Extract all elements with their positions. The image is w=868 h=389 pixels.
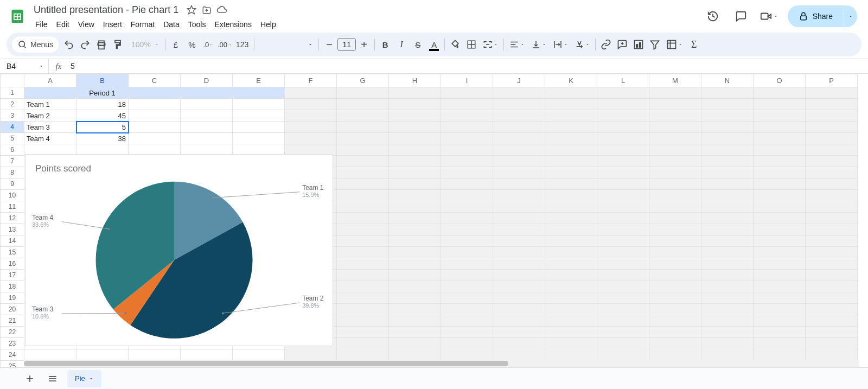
- cell-N21[interactable]: [701, 315, 754, 327]
- cell-O18[interactable]: [754, 281, 806, 292]
- cell-P4[interactable]: [806, 122, 858, 133]
- cell-M10[interactable]: [649, 190, 701, 201]
- menu-tools[interactable]: Tools: [184, 18, 210, 31]
- fill-color-button[interactable]: [447, 36, 463, 53]
- col-header-D[interactable]: D: [181, 74, 233, 87]
- cell-K17[interactable]: [545, 270, 597, 281]
- cell-K7[interactable]: [545, 156, 597, 167]
- cell-L17[interactable]: [597, 270, 649, 281]
- cell-D24[interactable]: [181, 349, 233, 361]
- cell-G3[interactable]: [337, 110, 389, 122]
- cell-L21[interactable]: [597, 315, 649, 327]
- cell-P6[interactable]: [806, 144, 858, 156]
- cell-N15[interactable]: [701, 247, 754, 258]
- cell-G11[interactable]: [337, 201, 389, 213]
- cell-N8[interactable]: [701, 167, 754, 178]
- cell-M4[interactable]: [649, 122, 701, 133]
- cell-N7[interactable]: [701, 156, 754, 167]
- font-size-input[interactable]: 11: [337, 38, 356, 51]
- insert-link-button[interactable]: [598, 36, 614, 53]
- cell-O14[interactable]: [754, 235, 806, 247]
- filter-views-button[interactable]: [663, 36, 686, 53]
- row-header-23[interactable]: 23: [1, 338, 24, 349]
- cell-K23[interactable]: [545, 338, 597, 349]
- cell-G22[interactable]: [337, 327, 389, 338]
- cell-M3[interactable]: [649, 110, 701, 122]
- cell-M8[interactable]: [649, 167, 701, 178]
- cell-L16[interactable]: [597, 258, 649, 270]
- cell-M14[interactable]: [649, 235, 701, 247]
- col-header-A[interactable]: A: [24, 74, 76, 87]
- cell-G21[interactable]: [337, 315, 389, 327]
- cell-L5[interactable]: [597, 133, 649, 144]
- cell-H9[interactable]: [389, 178, 441, 190]
- cell-P9[interactable]: [806, 178, 858, 190]
- cell-P23[interactable]: [806, 338, 858, 349]
- text-color-button[interactable]: A: [426, 36, 442, 53]
- cell-J6[interactable]: [493, 144, 545, 156]
- cell-K1[interactable]: [545, 87, 597, 99]
- cell-N18[interactable]: [701, 281, 754, 292]
- row-header-12[interactable]: 12: [1, 213, 24, 224]
- cell-M17[interactable]: [649, 270, 701, 281]
- row-header-2[interactable]: 2: [1, 99, 24, 110]
- cell-O9[interactable]: [754, 178, 806, 190]
- cell-L15[interactable]: [597, 247, 649, 258]
- cell-K22[interactable]: [545, 327, 597, 338]
- cell-N9[interactable]: [701, 178, 754, 190]
- cell-H1[interactable]: [389, 87, 441, 99]
- row-header-21[interactable]: 21: [1, 315, 24, 327]
- cell-H2[interactable]: [389, 99, 441, 110]
- row-header-22[interactable]: 22: [1, 327, 24, 338]
- cell-G18[interactable]: [337, 281, 389, 292]
- row-header-8[interactable]: 8: [1, 167, 24, 178]
- cell-L18[interactable]: [597, 281, 649, 292]
- menu-edit[interactable]: Edit: [53, 18, 73, 31]
- cell-M15[interactable]: [649, 247, 701, 258]
- cell-I22[interactable]: [441, 327, 493, 338]
- row-header-6[interactable]: 6: [1, 144, 24, 156]
- cell-E2[interactable]: [233, 99, 285, 110]
- horizontal-align-button[interactable]: [506, 36, 528, 53]
- cell-O20[interactable]: [754, 304, 806, 315]
- row-header-10[interactable]: 10: [1, 190, 24, 201]
- font-select[interactable]: [257, 36, 316, 53]
- cell-O11[interactable]: [754, 201, 806, 213]
- cell-G9[interactable]: [337, 178, 389, 190]
- cell-L3[interactable]: [597, 110, 649, 122]
- cell-L2[interactable]: [597, 99, 649, 110]
- cell-F3[interactable]: [285, 110, 337, 122]
- col-header-H[interactable]: H: [389, 74, 441, 87]
- meet-button[interactable]: [760, 7, 779, 26]
- cell-K9[interactable]: [545, 178, 597, 190]
- vertical-align-button[interactable]: [528, 36, 550, 53]
- cell-O2[interactable]: [754, 99, 806, 110]
- cell-P20[interactable]: [806, 304, 858, 315]
- cloud-status-icon[interactable]: [216, 4, 227, 15]
- cell-I16[interactable]: [441, 258, 493, 270]
- row-header-25[interactable]: 25: [1, 361, 24, 368]
- row-header-1[interactable]: 1: [1, 87, 24, 99]
- cell-O10[interactable]: [754, 190, 806, 201]
- cell-M2[interactable]: [649, 99, 701, 110]
- cell-G5[interactable]: [337, 133, 389, 144]
- more-formats-button[interactable]: 123: [233, 36, 252, 53]
- cell-D5[interactable]: [181, 133, 233, 144]
- cell-I7[interactable]: [441, 156, 493, 167]
- row-header-17[interactable]: 17: [1, 270, 24, 281]
- cell-A3[interactable]: Team 2: [24, 110, 76, 122]
- cell-P5[interactable]: [806, 133, 858, 144]
- cell-M1[interactable]: [649, 87, 701, 99]
- cell-P1[interactable]: [806, 87, 858, 99]
- italic-button[interactable]: I: [393, 36, 410, 53]
- cell-H17[interactable]: [389, 270, 441, 281]
- cell-K18[interactable]: [545, 281, 597, 292]
- cell-P24[interactable]: [806, 349, 858, 361]
- cell-C2[interactable]: [129, 99, 181, 110]
- cell-I3[interactable]: [441, 110, 493, 122]
- cell-P15[interactable]: [806, 247, 858, 258]
- cell-H18[interactable]: [389, 281, 441, 292]
- cell-G1[interactable]: [337, 87, 389, 99]
- cell-K15[interactable]: [545, 247, 597, 258]
- cell-G7[interactable]: [337, 156, 389, 167]
